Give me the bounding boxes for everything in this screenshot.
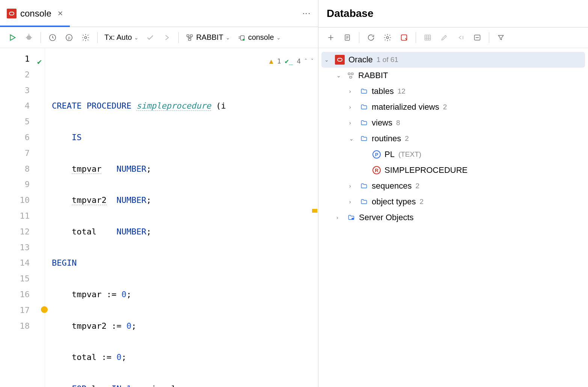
folder-icon (360, 119, 368, 126)
tree-routine-pl[interactable]: P PL (TEXT) (321, 147, 585, 162)
refresh-icon[interactable] (366, 33, 376, 42)
tree-count: 1 of 61 (377, 56, 398, 64)
chevron-right-icon[interactable] (349, 183, 356, 189)
typo-icon: ✔̲ (285, 53, 293, 69)
tree-server-objects[interactable]: Server Objects (321, 210, 585, 225)
tree-count: 2 (415, 182, 419, 190)
schema-icon (347, 72, 354, 79)
editor-tab-bar: console ✕ ⋮ (0, 0, 318, 27)
add-icon[interactable] (326, 33, 336, 42)
tree-routine-simpleprocedure[interactable]: R SIMPLEPROCEDURE (321, 162, 585, 178)
stop-icon[interactable] (399, 33, 409, 42)
tree-label: Server Objects (359, 213, 414, 222)
tree-count: 12 (398, 87, 406, 95)
svg-rect-19 (351, 73, 353, 75)
tree-label: sequences (372, 181, 412, 191)
tab-options-icon[interactable]: ⋮ (302, 9, 311, 18)
tree-label: object types (372, 197, 416, 207)
tree-folder-routines[interactable]: routines 2 (321, 131, 585, 147)
tree-folder-tables[interactable]: tables 12 (321, 83, 585, 99)
playground-icon[interactable]: p (64, 33, 74, 42)
rollback-icon[interactable] (162, 33, 172, 42)
tree-label: PL (384, 150, 395, 159)
database-tree[interactable]: Oracle 1 of 61 RABBIT tables 12 material… (318, 48, 588, 229)
code-area[interactable]: ▲1 ✔̲4 ˄ ˅ CREATE PROCEDURE simpleproced… (45, 48, 318, 387)
tree-label: Oracle (348, 55, 373, 65)
chevron-right-icon[interactable] (336, 215, 343, 221)
routine-icon: R (372, 166, 381, 174)
tree-count: 8 (396, 119, 400, 127)
chevron-right-icon[interactable] (349, 199, 356, 205)
tree-folder-sequences[interactable]: sequences 2 (321, 178, 585, 194)
editor-toolbar: p Tx: Auto ⌄ RABBIT ⌄ console ⌄ (0, 27, 318, 48)
chevron-up-icon[interactable]: ˄ (305, 53, 307, 69)
gutter: 1✔ 2 3 4 5 6 7 8 9 10 11 12 13 14 15 16 … (0, 48, 45, 387)
inspections-widget[interactable]: ▲1 ✔̲4 ˄ ˅ (269, 53, 314, 69)
svg-rect-10 (188, 38, 191, 40)
datasource-settings-icon[interactable] (383, 33, 392, 42)
tab-console[interactable]: console ✕ (0, 0, 70, 27)
tree-label: routines (372, 134, 401, 144)
database-panel-title: Database (318, 0, 588, 27)
error-stripe-marker[interactable] (312, 209, 317, 213)
tree-label: tables (372, 86, 394, 96)
folder-icon (360, 183, 368, 189)
oracle-icon (335, 55, 345, 65)
code-editor[interactable]: 1✔ 2 3 4 5 6 7 8 9 10 11 12 13 14 15 16 … (0, 48, 318, 387)
chevron-down-icon[interactable]: ˅ (311, 53, 314, 69)
svg-rect-20 (350, 76, 352, 78)
history-icon[interactable] (48, 33, 57, 42)
folder-icon (360, 198, 368, 205)
warning-icon: ▲ (269, 53, 273, 69)
tree-folder-object-types[interactable]: object types 2 (321, 194, 585, 210)
svg-point-14 (386, 36, 389, 39)
commit-icon[interactable] (145, 33, 155, 42)
server-objects-icon (347, 214, 355, 221)
tree-datasource-oracle[interactable]: Oracle 1 of 61 (321, 52, 585, 68)
tree-schema-rabbit[interactable]: RABBIT (321, 68, 585, 83)
jump-to-console-icon[interactable] (456, 33, 466, 42)
folder-icon (360, 88, 368, 95)
filter-icon[interactable] (496, 33, 506, 42)
settings-icon[interactable] (81, 33, 90, 42)
svg-rect-16 (425, 35, 431, 40)
folder-icon (360, 135, 368, 142)
chevron-right-icon[interactable] (349, 120, 356, 126)
svg-text:p: p (68, 35, 70, 39)
database-toolbar (318, 27, 588, 48)
tree-folder-views[interactable]: views 8 (321, 115, 585, 131)
tab-title: console (20, 8, 51, 19)
tree-label: materialized views (372, 102, 439, 112)
tree-label: RABBIT (358, 71, 388, 80)
tree-count: 2 (419, 198, 424, 206)
chevron-right-icon[interactable] (349, 104, 356, 110)
svg-rect-21 (352, 218, 354, 220)
chevron-right-icon[interactable] (349, 88, 356, 94)
svg-rect-8 (187, 35, 189, 36)
tree-folder-materialized-views[interactable]: materialized views 2 (321, 99, 585, 115)
svg-point-7 (84, 36, 87, 39)
svg-rect-18 (348, 73, 350, 75)
chevron-down-icon[interactable] (324, 57, 331, 63)
edit-icon[interactable] (439, 33, 449, 42)
session-dropdown[interactable]: console ⌄ (237, 33, 281, 42)
chevron-down-icon[interactable] (336, 73, 343, 79)
close-icon[interactable]: ✕ (57, 9, 63, 18)
tree-meta: (TEXT) (398, 150, 421, 159)
svg-point-12 (243, 39, 244, 41)
debug-icon[interactable] (24, 33, 34, 42)
svg-rect-9 (190, 35, 193, 36)
oracle-icon (7, 9, 17, 18)
ddl-icon[interactable] (342, 33, 352, 42)
chevron-down-icon[interactable] (349, 136, 356, 142)
table-view-icon[interactable] (423, 33, 433, 42)
tree-count: 2 (443, 103, 447, 111)
tree-label: views (372, 118, 392, 128)
run-icon[interactable] (8, 33, 17, 42)
tree-count: 2 (405, 135, 409, 143)
collapse-icon[interactable] (472, 33, 482, 42)
schema-dropdown[interactable]: RABBIT ⌄ (185, 33, 230, 42)
tree-label: SIMPLEPROCEDURE (384, 165, 467, 175)
tx-mode-dropdown[interactable]: Tx: Auto ⌄ (104, 33, 139, 42)
folder-icon (360, 104, 368, 110)
